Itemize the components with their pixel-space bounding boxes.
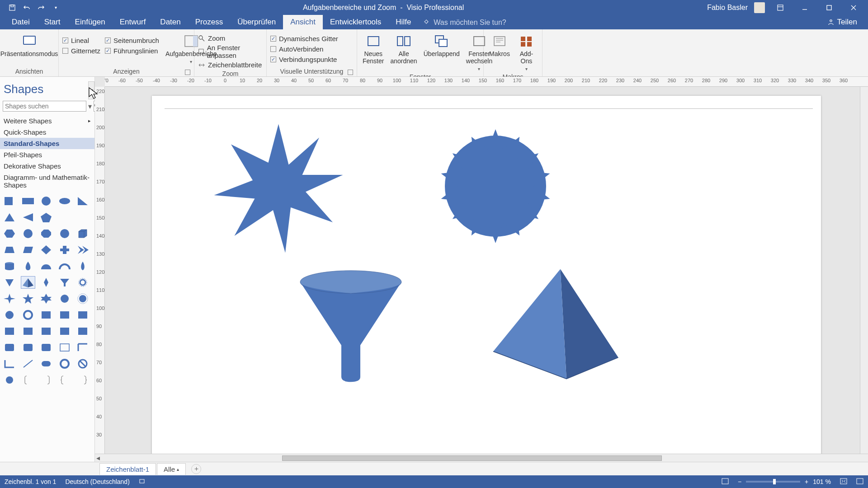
tab-start[interactable]: Start (37, 15, 68, 29)
tab-einfuegen[interactable]: Einfügen (68, 15, 113, 29)
shape-sq5[interactable] (76, 309, 90, 321)
shape-parallelogram[interactable] (21, 244, 35, 256)
shape-diamond[interactable] (39, 244, 53, 256)
zoom-in-button[interactable]: + (805, 478, 808, 485)
maximize-button[interactable] (820, 0, 838, 15)
cat-standard[interactable]: Standard-Shapes (0, 138, 94, 149)
qat-customize[interactable]: ▾ (52, 4, 60, 12)
arrange-all-button[interactable]: Alle anordnen (388, 33, 419, 66)
cat-quick[interactable]: Quick-Shapes (0, 127, 94, 138)
checkbox-verbindungspunkte[interactable]: Verbindungspunkte (270, 55, 338, 64)
add-page-button[interactable]: ＋ (191, 464, 201, 474)
shape-gear[interactable] (76, 277, 90, 288)
close-button[interactable] (844, 0, 863, 15)
tell-me-search[interactable]: Was möchten Sie tun? (418, 19, 510, 29)
shape-pentagon[interactable] (39, 211, 53, 223)
shape-drop[interactable] (21, 260, 35, 272)
shape-rounded2[interactable] (21, 342, 35, 353)
horizontal-scrollbar[interactable]: ◂ (95, 454, 868, 462)
shape-rounded[interactable] (3, 342, 16, 353)
shape-blank1[interactable] (58, 211, 71, 223)
undo-button[interactable] (23, 4, 31, 12)
view-normal-icon[interactable] (722, 478, 729, 486)
cat-diagramm[interactable]: Diagramm- und Mathematik-Shapes (0, 172, 94, 191)
shape-sq4[interactable] (58, 309, 71, 321)
tab-entwurf[interactable]: Entwurf (113, 15, 153, 29)
user-name[interactable]: Fabio Basler (707, 4, 748, 12)
macro-record-icon[interactable] (139, 478, 145, 486)
vertical-ruler[interactable]: 2202102001901801701601501401301201101009… (95, 87, 105, 454)
shape-nosign[interactable] (76, 358, 90, 370)
shape-star8[interactable] (58, 293, 71, 305)
shape-star4[interactable] (3, 293, 16, 305)
tab-ueberpruefen[interactable]: Überprüfen (230, 15, 283, 29)
checkbox-fuehrungslinien[interactable]: Führungslinien (105, 46, 159, 56)
fullscreen-icon[interactable] (856, 478, 863, 486)
shapes-search-input[interactable] (3, 101, 86, 112)
shape-donut[interactable] (58, 358, 71, 370)
tab-datei[interactable]: Datei (5, 15, 37, 29)
visuell-dialog-launcher[interactable] (348, 70, 353, 75)
shape-outline[interactable] (58, 342, 71, 353)
shape-rtriangle[interactable] (76, 195, 90, 207)
shape-triangle-left[interactable] (21, 211, 35, 223)
zoom-out-button[interactable]: − (738, 478, 741, 485)
shape-star5[interactable] (21, 293, 35, 305)
presentation-mode-button[interactable]: Präsentationsmodus (0, 33, 60, 58)
drawing-page[interactable] (152, 96, 821, 454)
search-dropdown[interactable]: ▾ (88, 101, 92, 112)
cat-dekorativ[interactable]: Dekorative Shapes (0, 160, 94, 172)
shape-trapezoid[interactable] (3, 244, 16, 256)
shape-arc[interactable] (58, 260, 71, 272)
cat-pfeil[interactable]: Pfeil-Shapes (0, 149, 94, 160)
shape-octagon[interactable] (39, 228, 53, 239)
canvas-scroll[interactable] (105, 87, 868, 454)
save-button[interactable] (8, 4, 16, 12)
shape-triangle[interactable] (3, 211, 16, 223)
tab-daten[interactable]: Daten (153, 15, 188, 29)
cascade-button[interactable]: Überlappend (422, 33, 462, 58)
new-window-button[interactable]: Neues Fenster (361, 33, 386, 66)
shape-ellipse[interactable] (58, 195, 71, 207)
zoom-level[interactable]: 101 % (813, 478, 831, 485)
shape-sq10[interactable] (76, 325, 90, 337)
page-tab-1[interactable]: Zeichenblatt-1 (99, 463, 156, 475)
shape-star-8pt[interactable] (211, 121, 346, 256)
shape-dot[interactable] (3, 374, 16, 386)
checkbox-lineal[interactable]: Lineal (62, 36, 100, 45)
page-width-button[interactable]: Zeichenblattbreite (198, 61, 263, 69)
shape-cube[interactable] (76, 228, 90, 239)
tab-prozess[interactable]: Prozess (188, 15, 230, 29)
addons-button[interactable]: Add-Ons▾ (514, 33, 538, 72)
shape-pyramid-3d[interactable] (486, 263, 622, 385)
anzeigen-dialog-launcher[interactable] (185, 70, 190, 75)
shape-corner[interactable] (76, 342, 90, 353)
vertical-scrollbar[interactable] (860, 87, 868, 454)
shape-sq7[interactable] (21, 325, 35, 337)
shape-hexagon[interactable] (3, 228, 16, 239)
status-language[interactable]: Deutsch (Deutschland) (65, 478, 129, 485)
checkbox-seitenumbruch[interactable]: Seitenumbruch (105, 36, 159, 45)
zoom-button[interactable]: Zoom (198, 34, 263, 42)
tab-hilfe[interactable]: Hilfe (388, 15, 418, 29)
shape-rhombus[interactable] (39, 277, 53, 288)
zoom-slider[interactable] (746, 481, 800, 483)
shape-br2[interactable] (39, 374, 53, 386)
shape-line[interactable] (21, 358, 35, 370)
ribbon-display-options[interactable] (771, 0, 789, 15)
shape-square[interactable] (3, 195, 16, 207)
user-avatar[interactable] (754, 2, 765, 13)
shape-br3[interactable] (58, 374, 71, 386)
shape-funnel-3d[interactable] (288, 263, 414, 389)
shape-blank2[interactable] (76, 211, 90, 223)
tab-entwicklertools[interactable]: Entwicklertools (323, 15, 388, 29)
makros-button[interactable]: Makros (487, 33, 512, 58)
shape-chevron[interactable] (76, 244, 90, 256)
shape-br4[interactable] (76, 374, 90, 386)
shape-funnel[interactable] (58, 277, 71, 288)
shape-lshape[interactable] (3, 358, 16, 370)
shape-sq3[interactable] (39, 309, 53, 321)
shape-sq6[interactable] (3, 325, 16, 337)
shape-cross[interactable] (58, 244, 71, 256)
minimize-button[interactable] (796, 0, 814, 15)
